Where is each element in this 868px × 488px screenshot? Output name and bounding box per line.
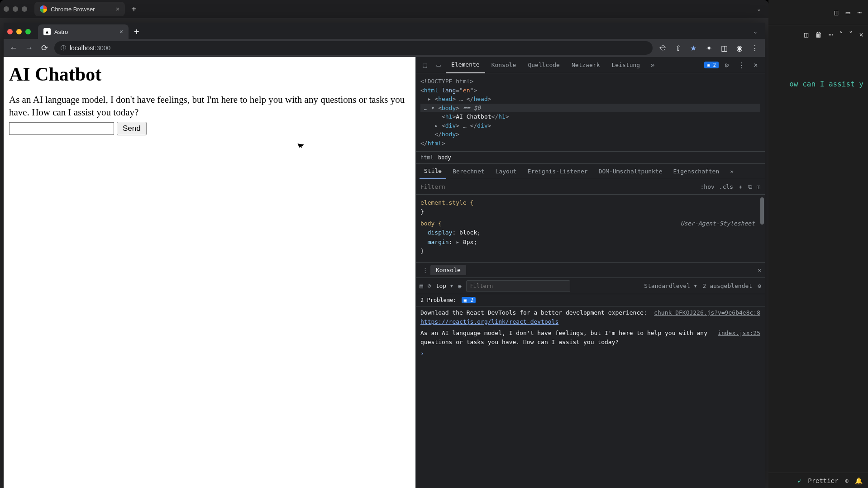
outer-traffic-lights (4, 6, 27, 12)
console-prompt-icon[interactable]: › (420, 350, 424, 357)
styles-filter-input[interactable] (420, 183, 696, 190)
styles-tab-layout[interactable]: Layout (491, 164, 521, 179)
issues-badge[interactable]: ▣ 2 (704, 62, 719, 68)
chrome-menu-icon[interactable]: ⋮ (749, 44, 760, 53)
bookmark-star-icon[interactable]: ★ (688, 44, 699, 53)
extensions-puzzle-icon[interactable]: ✦ (703, 44, 714, 53)
side-panel-icon[interactable]: ◫ (719, 44, 730, 53)
breadcrumb-html[interactable]: html (420, 154, 434, 161)
console-live-expr-icon[interactable]: ◉ (458, 282, 462, 289)
editor-more-icon[interactable]: ⋯ (829, 30, 833, 39)
console-body[interactable]: chunk-DFKOJ226.js?v=9e6b4e8c:8 Download … (416, 306, 765, 488)
ua-stylesheet-label: User-Agent-Stylesheet (681, 219, 755, 228)
zoom-icon[interactable]: ⦵ (657, 44, 668, 52)
nav-back-icon[interactable]: ← (8, 43, 19, 53)
drawer-menu-icon[interactable]: ⋮ (420, 267, 430, 273)
editor-bell-icon[interactable]: 🔔 (855, 477, 863, 484)
devtools-tab-elements[interactable]: Elemente (446, 57, 485, 73)
editor-trash-icon[interactable]: 🗑 (815, 30, 822, 39)
chrome-new-tab-button[interactable]: + (130, 27, 143, 37)
chrome-close-icon[interactable] (7, 29, 13, 34)
inspect-element-icon[interactable]: ⬚ (419, 61, 431, 69)
console-hidden-count[interactable]: 2 ausgeblendet (703, 282, 753, 289)
log-source-link[interactable]: index.jsx:25 (718, 329, 760, 338)
outer-tab-close-icon[interactable]: × (116, 5, 119, 13)
editor-terminal-output: ow can I assist y (789, 80, 863, 88)
site-info-icon[interactable]: ⓘ (61, 44, 66, 52)
console-sidebar-icon[interactable]: ▤ (420, 282, 423, 289)
dom-tree[interactable]: <!DOCTYPE html> <html lang="en"> ▸ <head… (416, 73, 765, 151)
styles-pane-icon[interactable]: ◫ (757, 183, 760, 190)
console-clear-icon[interactable]: ⊘ (428, 282, 431, 289)
problems-row[interactable]: 2 Probleme: ▣ 2 (416, 294, 765, 306)
styles-tab-computed[interactable]: Berechnet (448, 164, 489, 179)
outer-new-tab-button[interactable]: + (128, 4, 140, 14)
hov-toggle[interactable]: :hov (701, 183, 715, 190)
url-text: localhost:3000 (70, 44, 110, 52)
styles-tab-listeners[interactable]: Ereignis-Listener (523, 164, 592, 179)
nav-forward-icon[interactable]: → (24, 43, 34, 53)
react-devtools-link[interactable]: https://reactjs.org/link/react-devtools (420, 318, 558, 325)
dom-body-row[interactable]: … ▾ <body> == $0 (420, 104, 760, 113)
styles-tab-properties[interactable]: Eigenschaften (669, 164, 724, 179)
outer-zoom-icon[interactable] (22, 6, 27, 12)
styles-tab-styles[interactable]: Stile (420, 164, 446, 179)
editor-status-bar: ✓ Prettier ⊕ 🔔 (768, 473, 868, 488)
editor-feedback-icon[interactable]: ⊕ (845, 477, 849, 484)
outer-close-icon[interactable] (4, 6, 9, 12)
cls-toggle[interactable]: .cls (719, 183, 733, 190)
styles-body[interactable]: element.style { } body { User-Agent-Styl… (416, 195, 765, 263)
editor-layout-icon[interactable]: ◫ (834, 8, 839, 17)
chrome-zoom-icon[interactable] (25, 29, 31, 34)
chrome-tabs-chevron-icon[interactable]: ⌄ (753, 29, 761, 35)
outer-tab-chrome[interactable]: Chrome Browser × (34, 2, 125, 16)
console-level-select[interactable]: Standardlevel ▾ (644, 282, 697, 289)
address-bar[interactable]: ⓘ localhost:3000 (54, 41, 653, 55)
editor-menu-icon[interactable]: ⋯ (857, 8, 862, 17)
breadcrumb-body[interactable]: body (438, 154, 451, 161)
console-filter-input[interactable] (466, 280, 570, 292)
chat-input[interactable] (9, 122, 114, 135)
profile-avatar-icon[interactable]: ◉ (734, 44, 745, 53)
editor-chevron-down-icon[interactable]: ˅ (849, 30, 853, 39)
nav-reload-icon[interactable]: ⟳ (39, 43, 50, 53)
styles-tab-dom-breakpoints[interactable]: DOM-Umschaltpunkte (594, 164, 667, 179)
prettier-status[interactable]: Prettier (808, 477, 838, 484)
drawer-close-icon[interactable]: × (758, 267, 761, 273)
devtools-menu-icon[interactable]: ⋮ (735, 61, 748, 69)
devtools-tab-sources[interactable]: Quellcode (522, 57, 565, 73)
drawer-tab-console[interactable]: Konsole (430, 265, 466, 275)
editor-panel-icon[interactable]: ▭ (846, 8, 850, 17)
devtools-tab-console[interactable]: Konsole (486, 57, 522, 73)
styles-filter-bar: :hov .cls ＋ ⧉ ◫ (416, 179, 765, 195)
devtools-close-icon[interactable]: × (749, 61, 762, 69)
console-context[interactable]: top ▾ (436, 282, 453, 289)
styles-copy-icon[interactable]: ⧉ (748, 183, 752, 191)
styles-more-tabs-icon[interactable]: » (725, 164, 738, 179)
log-source-link[interactable]: chunk-DFKOJ226.js?v=9e6b4e8c:8 (654, 308, 760, 317)
editor-close-icon[interactable]: × (859, 30, 863, 39)
device-toolbar-icon[interactable]: ▭ (432, 61, 445, 69)
editor-split-icon[interactable]: ◫ (804, 30, 809, 39)
editor-title-icons: ◫ ▭ ⋯ (768, 0, 868, 25)
styles-scrollbar[interactable] (760, 197, 764, 225)
devtools-tab-network[interactable]: Netzwerk (566, 57, 606, 73)
send-button[interactable]: Send (117, 122, 147, 135)
outer-tabs-chevron-icon[interactable]: ⌄ (757, 6, 765, 12)
chrome-minimize-icon[interactable] (16, 29, 22, 34)
share-icon[interactable]: ⇧ (672, 44, 683, 53)
editor-chevron-up-icon[interactable]: ˄ (839, 30, 843, 39)
styles-subtabs: Stile Berechnet Layout Ereignis-Listener… (416, 164, 765, 179)
chrome-favicon-icon (40, 5, 47, 13)
page-title: AI Chatbot (9, 63, 410, 85)
devtools-more-tabs-icon[interactable]: » (646, 61, 659, 69)
console-settings-icon[interactable]: ⚙ (758, 282, 761, 289)
chrome-tab-title: Astro (54, 29, 68, 35)
chrome-viewport: AI Chatbot As an AI language model, I do… (4, 57, 765, 488)
chrome-tab-astro[interactable]: ▲ Astro × (38, 24, 129, 39)
devtools-settings-icon[interactable]: ⚙ (720, 61, 733, 69)
devtools-tab-performance[interactable]: Leistung (606, 57, 646, 73)
new-style-rule-icon[interactable]: ＋ (738, 183, 744, 191)
chrome-tab-close-icon[interactable]: × (119, 28, 123, 35)
outer-minimize-icon[interactable] (13, 6, 18, 12)
